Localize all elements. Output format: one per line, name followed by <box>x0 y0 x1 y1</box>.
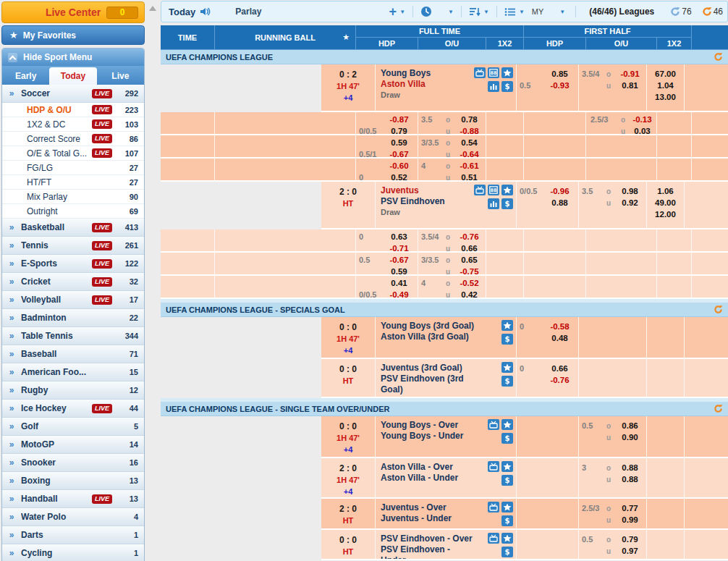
odds-value[interactable]: -0.87 <box>381 115 418 124</box>
odds-value[interactable]: 0.81 <box>614 81 646 90</box>
team-name[interactable]: PSV Eindhoven - Over <box>381 533 475 544</box>
sidebar-item-ice-hockey[interactable]: »Ice HockeyLIVE44 <box>2 400 144 418</box>
sidebar-item-volleyball[interactable]: »VolleyballLIVE17 <box>2 291 144 309</box>
odds-value[interactable]: 0.54 <box>453 138 486 147</box>
tab-live[interactable]: Live <box>97 67 144 85</box>
sidebar-item-baseball[interactable]: »Baseball71 <box>2 345 144 363</box>
odds-value[interactable]: 0.86 <box>614 421 646 430</box>
odds-value[interactable]: 1.04 <box>647 80 684 91</box>
tab-early[interactable]: Early <box>2 67 49 85</box>
team-name[interactable]: Young Boys - Over <box>381 420 475 431</box>
star-icon[interactable] <box>501 67 513 78</box>
odds-value[interactable]: -0.49 <box>381 290 418 298</box>
odds-value[interactable]: -0.76 <box>453 232 486 241</box>
odds-value[interactable]: 0.88 <box>614 475 646 484</box>
odds-value[interactable]: -0.93 <box>541 81 578 90</box>
team-name[interactable]: Aston Villa - Under <box>381 473 475 484</box>
odds-value[interactable]: -0.13 <box>628 115 656 124</box>
sidebar-item-golf[interactable]: »Golf5 <box>2 418 144 436</box>
team-name[interactable]: Juventus (3rd Goal) <box>381 363 475 374</box>
team-name[interactable]: Juventus <box>381 185 475 196</box>
sidebar-item-soccer[interactable]: »SoccerLIVE292 <box>2 85 144 103</box>
odds-value[interactable]: 12.00 <box>647 208 684 220</box>
team-name[interactable]: Aston Villa <box>381 79 475 90</box>
my-favorites-button[interactable]: ★ My Favorites <box>1 25 145 45</box>
tv-icon[interactable] <box>474 67 486 78</box>
sidebar-item-water-polo[interactable]: »Water Polo4 <box>2 508 144 526</box>
sidebar-item-table-tennis[interactable]: »Table Tennis344 <box>2 327 144 345</box>
sidebar-item-e-sports[interactable]: »E-SportsLIVE122 <box>2 255 144 273</box>
odds-value[interactable]: -0.61 <box>453 161 486 170</box>
stats-chart-icon[interactable] <box>488 198 499 209</box>
sidebar-item-1x2-dc[interactable]: »1X2 & DCLIVE103 <box>2 117 144 132</box>
tv-icon[interactable] <box>488 533 499 544</box>
odds-value[interactable]: 0.48 <box>541 334 578 342</box>
odds-value[interactable]: 0.78 <box>453 115 486 124</box>
collapse-arrow-icon[interactable] <box>149 6 156 11</box>
team-name[interactable]: Young Boys <box>381 68 475 79</box>
odds-value[interactable]: -0.96 <box>541 187 578 195</box>
sidebar-item-boxing[interactable]: »Boxing13 <box>2 472 144 490</box>
bet-money-icon[interactable]: $ <box>501 475 513 486</box>
star-icon[interactable] <box>501 461 513 472</box>
sidebar-item-darts[interactable]: »Darts1 <box>2 526 144 544</box>
leagues-filter-button[interactable]: (46/46) Leagues <box>589 7 654 17</box>
team-name[interactable]: Aston Villa - Over <box>381 462 475 473</box>
odds-value[interactable]: 0.59 <box>381 138 418 147</box>
sidebar-item-handball[interactable]: »HandballLIVE13 <box>2 490 144 508</box>
team-name[interactable]: Young Boys - Under <box>381 431 475 442</box>
odds-value[interactable]: 0.65 <box>453 256 486 264</box>
sidebar-item-correct-score[interactable]: »Correct ScoreLIVE86 <box>2 132 144 146</box>
odds-format-select[interactable]: MY ▼ <box>529 7 568 16</box>
sidebar-item-o-e-total-g-[interactable]: »O/E & Total G...LIVE107 <box>2 146 144 161</box>
tab-today[interactable]: Today <box>49 67 96 85</box>
star-icon[interactable] <box>501 185 513 195</box>
odds-value[interactable]: 0.66 <box>453 244 486 251</box>
team-name[interactable]: Juventus - Over <box>381 502 475 513</box>
stats-chart-icon[interactable] <box>488 81 499 92</box>
live-center-button[interactable]: Live Center 0 <box>1 1 145 23</box>
star-icon[interactable] <box>501 320 513 331</box>
tv-icon[interactable] <box>488 461 499 472</box>
splitter-gutter[interactable] <box>145 0 161 561</box>
team-name[interactable]: PSV Eindhoven <box>381 196 475 207</box>
odds-value[interactable]: 1.06 <box>647 185 684 197</box>
odds-value[interactable]: 0.99 <box>614 515 646 524</box>
odds-value[interactable]: 0.03 <box>628 127 656 134</box>
sidebar-item-outright[interactable]: »Outright69 <box>2 204 144 219</box>
sidebar-item-badminton[interactable]: »Badminton22 <box>2 309 144 327</box>
odds-value[interactable]: -0.64 <box>453 150 486 157</box>
odds-value[interactable]: 0.92 <box>614 198 646 207</box>
team-name[interactable]: PSV Eindhoven (3rd Goal) <box>381 374 475 395</box>
sidebar-item-cycling[interactable]: »Cycling1 <box>2 544 144 561</box>
odds-value[interactable]: 0.63 <box>381 232 418 241</box>
sidebar-item-rugby[interactable]: »Rugby12 <box>2 381 144 400</box>
sidebar-item-tennis[interactable]: »TennisLIVE261 <box>2 237 144 255</box>
odds-value[interactable]: -0.67 <box>381 150 418 157</box>
sort-button[interactable]: ▼ <box>469 7 489 17</box>
odds-value[interactable]: 49.00 <box>647 197 684 208</box>
sidebar-item-hdp-o-u[interactable]: »HDP & O/ULIVE223 <box>2 103 144 117</box>
odds-value[interactable]: -0.58 <box>541 322 578 331</box>
odds-value[interactable]: 0.66 <box>541 364 578 373</box>
parlay-tab[interactable]: Parlay <box>235 7 261 17</box>
odds-value[interactable]: -0.91 <box>614 69 646 78</box>
league-refresh-icon[interactable] <box>714 305 723 314</box>
hide-sport-menu-button[interactable]: Hide Sport Menu <box>2 48 144 66</box>
odds-value[interactable]: 0.98 <box>614 187 646 195</box>
sidebar-item-basketball[interactable]: »BasketballLIVE413 <box>2 219 144 237</box>
odds-value[interactable]: -0.52 <box>453 279 486 287</box>
bet-money-icon[interactable]: $ <box>501 376 513 387</box>
odds-value[interactable]: 0.85 <box>541 69 578 78</box>
odds-value[interactable]: -0.76 <box>541 376 578 384</box>
odds-value[interactable]: 0.42 <box>453 290 486 298</box>
odds-value[interactable]: 0.79 <box>381 127 418 134</box>
odds-value[interactable]: 0.97 <box>614 547 646 555</box>
league-refresh-icon[interactable] <box>714 52 723 62</box>
sidebar-item-american-foo-[interactable]: »American Foo...15 <box>2 363 144 381</box>
tv-icon[interactable] <box>488 502 499 513</box>
odds-value[interactable]: 0.41 <box>381 279 418 287</box>
scoreboard-icon[interactable]: 88 <box>488 67 499 78</box>
odds-value[interactable]: -0.75 <box>453 267 486 274</box>
star-icon[interactable] <box>501 362 513 373</box>
